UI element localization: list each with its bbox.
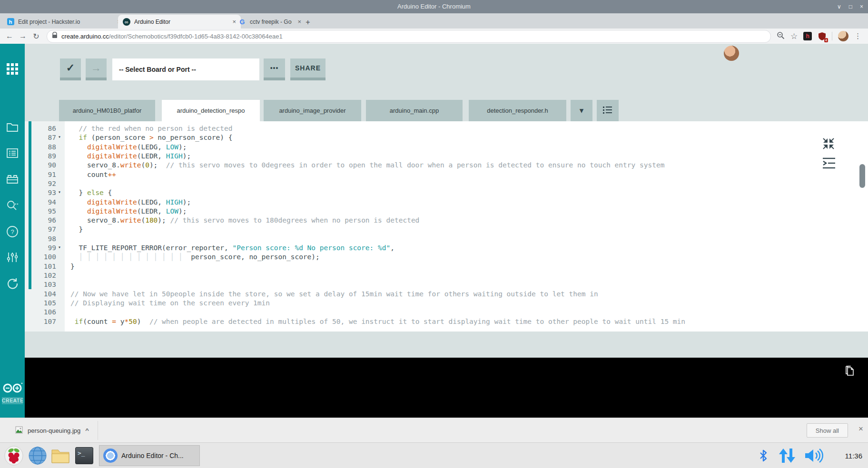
file-tab-arduino_image_provider[interactable]: arduino_image_provider	[264, 100, 361, 121]
download-item[interactable]: person-queuing.jpg ^	[10, 422, 94, 439]
download-bar-close-icon[interactable]: ×	[858, 424, 863, 434]
code-line-89[interactable]: 89 digitalWrite(LEDR, HIGH);	[25, 152, 868, 161]
board-port-select-value: -- Select Board or Port --	[119, 66, 196, 73]
fold-marker-icon[interactable]: ▾	[58, 244, 61, 250]
tab-close-icon[interactable]: ×	[296, 18, 301, 25]
code-line-91[interactable]: 91 count++	[25, 171, 868, 180]
web-browser-globe-icon[interactable]	[28, 446, 48, 466]
taskbar-window-button[interactable]: Arduino Editor - Ch...	[99, 445, 200, 466]
code-line-97[interactable]: 97 }	[25, 225, 868, 234]
code-line-106[interactable]: 106	[25, 308, 868, 317]
upload-arrow-icon: →	[91, 62, 101, 74]
more-options-button[interactable]: •••	[264, 58, 285, 80]
extension-hackster-icon[interactable]: h	[803, 32, 812, 40]
terminal-icon[interactable]: >_	[74, 446, 94, 466]
window-close-button[interactable]: ×	[860, 3, 863, 10]
browser-tab-3[interactable]: Gcctv freepik - Google Sea×	[234, 15, 306, 29]
upload-button[interactable]: →	[86, 58, 107, 80]
code-line-105[interactable]: 105// Displaying wait time on the screen…	[25, 299, 868, 308]
browser-tab-1[interactable]: hEdit project - Hackster.io×	[2, 15, 126, 29]
code-line-102[interactable]: 102	[25, 272, 868, 281]
code-line-87[interactable]: 87▾ if (person_score > no_person_score) …	[25, 134, 868, 143]
line-number: 96	[31, 216, 56, 224]
terminal-prompt-glyph: >_	[78, 449, 85, 457]
console-output	[25, 358, 868, 418]
editor-scrollbar-thumb[interactable]	[859, 164, 865, 188]
apps-grid-icon[interactable]	[6, 63, 19, 75]
sketchbook-folder-icon[interactable]	[6, 121, 19, 133]
code-line-107[interactable]: 107 if(count = y*50) // when people are …	[25, 318, 868, 327]
file-list-button[interactable]	[597, 100, 619, 121]
window-minimize-button[interactable]: ∨	[837, 3, 841, 10]
board-port-select[interactable]: -- Select Board or Port --	[112, 58, 259, 80]
examples-list-icon[interactable]	[6, 147, 19, 159]
serial-monitor-icon[interactable]	[6, 199, 19, 212]
raspberry-menu-icon[interactable]	[4, 446, 24, 466]
file-tab-arduino_HM01B0_platfor[interactable]: arduino_HM01B0_platfor	[59, 100, 155, 121]
code-line-100[interactable]: 100 │ │ │ │ │ │ │ │ │ │ │ │ │ person_sco…	[25, 253, 868, 262]
toolbar-divider	[832, 32, 832, 40]
bookmark-star-icon[interactable]: ☆	[790, 31, 798, 41]
code-line-94[interactable]: 94 digitalWrite(LEDG, HIGH);	[25, 198, 868, 207]
file-tabs-caret-button[interactable]: ▾	[571, 100, 592, 121]
code-line-88[interactable]: 88 digitalWrite(LEDG, LOW);	[25, 143, 868, 152]
address-bar[interactable]: create.arduino.cc/editor/Schemobotics/f3…	[47, 30, 771, 43]
bluetooth-icon[interactable]	[760, 443, 767, 468]
code-lines: 86 // the red when no person is detected…	[25, 125, 868, 327]
collapse-editor-icon[interactable]	[822, 137, 849, 150]
reload-button[interactable]: ↻	[30, 32, 43, 41]
forward-button[interactable]: →	[16, 32, 30, 40]
line-number: 91	[31, 171, 56, 178]
extension-shield-icon[interactable]: 4	[818, 32, 826, 40]
file-tab-label: arduino_main.cpp	[390, 107, 439, 114]
google-favicon: G	[238, 18, 246, 26]
code-line-98[interactable]: 98	[25, 235, 868, 244]
network-arrows-icon[interactable]	[779, 443, 796, 468]
console-panel-icon[interactable]	[822, 157, 849, 170]
line-number: 94	[31, 198, 56, 206]
file-manager-folder-icon[interactable]	[50, 446, 70, 466]
file-tab-arduino_detection_respo[interactable]: arduino_detection_respo	[162, 100, 260, 121]
file-tab-arduino_main.cpp[interactable]: arduino_main.cpp	[366, 100, 463, 121]
code-line-96[interactable]: 96 servo_8.write(180); // this servo mov…	[25, 216, 868, 225]
code-editor[interactable]: 86 // the red when no person is detected…	[25, 121, 868, 332]
code-line-90[interactable]: 90 servo_8.write(0); // this servo moves…	[25, 161, 868, 170]
url-host: create.arduino.cc	[61, 33, 109, 40]
code-line-86[interactable]: 86 // the red when no person is detected	[25, 125, 868, 134]
line-number: 95	[31, 207, 56, 215]
code-line-93[interactable]: 93▾ } else {	[25, 189, 868, 198]
fold-marker-icon[interactable]: ▾	[58, 134, 61, 139]
show-all-button[interactable]: Show all	[807, 423, 848, 438]
back-button[interactable]: ←	[3, 32, 16, 40]
browser-menu-icon[interactable]: ⋮	[854, 32, 861, 40]
download-chevron-icon[interactable]: ^	[85, 428, 89, 433]
code-text: count++	[70, 171, 116, 178]
verify-button[interactable]: ✓	[60, 58, 81, 80]
code-line-101[interactable]: 101}	[25, 263, 868, 272]
file-tab-detection_responder.h[interactable]: detection_responder.h	[469, 100, 566, 121]
browser-tab-2[interactable]: ∞Arduino Editor×	[118, 15, 241, 29]
arduino-profile-avatar[interactable]	[724, 46, 739, 61]
share-button[interactable]: SHARE	[290, 58, 326, 80]
help-icon[interactable]: ?	[6, 225, 19, 238]
code-line-104[interactable]: 104// Now we have let in 50people inside…	[25, 290, 868, 299]
url-path: /editor/Schemobotics/f39dfcb0-1d65-4a83-…	[109, 33, 283, 40]
volume-icon[interactable]	[804, 443, 824, 468]
arduino-favicon: ∞	[123, 18, 130, 26]
libraries-brick-icon[interactable]	[6, 173, 19, 185]
copy-console-icon[interactable]	[844, 365, 855, 379]
preferences-sliders-icon[interactable]	[6, 251, 19, 263]
fold-marker-icon[interactable]: ▾	[58, 189, 61, 195]
line-number: 103	[31, 281, 56, 288]
sync-icon[interactable]	[6, 277, 19, 290]
browser-tab-title: cctv freepik - Google Sea	[250, 19, 292, 25]
line-number: 101	[31, 263, 56, 270]
code-line-103[interactable]: 103	[25, 281, 868, 290]
window-maximize-button[interactable]: □	[849, 3, 852, 10]
zoom-icon[interactable]	[777, 31, 785, 41]
code-line-92[interactable]: 92	[25, 180, 868, 189]
code-line-95[interactable]: 95 digitalWrite(LEDR, LOW);	[25, 207, 868, 216]
browser-profile-avatar[interactable]	[838, 31, 848, 41]
code-line-99[interactable]: 99▾ TF_LITE_REPORT_ERROR(error_reporter,…	[25, 244, 868, 253]
code-text: // Now we have let in 50people inside th…	[70, 290, 598, 298]
